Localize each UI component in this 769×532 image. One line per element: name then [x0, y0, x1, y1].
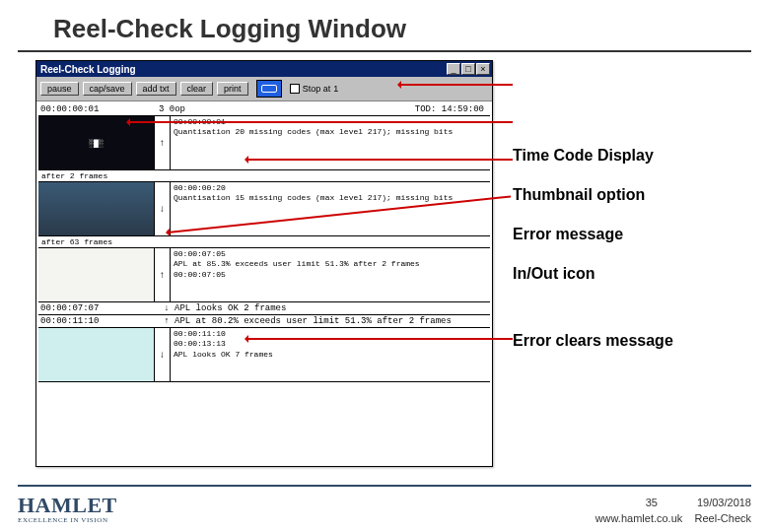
arrow-icon [399, 84, 513, 86]
entry-tc: 00:00:07:05 [174, 270, 487, 280]
thumbnail-icon [38, 248, 155, 301]
footer: HAMLET EXCELLENCE IN VISION 35 19/03/201… [18, 485, 751, 524]
pause-button[interactable]: pause [40, 82, 79, 96]
logo-text: HAMLET [18, 493, 117, 518]
entry-tc: 00:00:00:20 [174, 183, 487, 193]
annotation-list: Time Code Display Thumbnail option Error… [513, 147, 673, 371]
footer-url: www.hamlet.co.uk [595, 512, 683, 524]
error-message: Quantisation 20 missing codes (max level… [174, 127, 487, 137]
out-icon: ↓ [155, 328, 171, 381]
in-icon: ↑ [159, 316, 175, 326]
meta-row: after 2 frames [38, 170, 490, 182]
annotation-thumbnail: Thumbnail option [513, 186, 673, 204]
clear-button[interactable]: clear [180, 82, 214, 96]
meta-row: after 63 frames [38, 236, 490, 248]
clear-message: APL looks OK 7 frames [174, 350, 487, 360]
annotation-timecode: Time Code Display [513, 147, 673, 165]
arrow-icon [246, 159, 513, 161]
print-button[interactable]: print [217, 82, 248, 96]
entry-tc: 00:00:07:07 [40, 303, 159, 313]
clear-message: APL looks OK 2 frames [175, 303, 286, 313]
footer-product: Reel-Check [695, 512, 751, 524]
stopat-checkbox[interactable] [290, 84, 300, 94]
timecode-right: TOD: 14:59:00 [415, 104, 488, 114]
timecode-left: 00:00:00:01 [40, 104, 159, 114]
entry-tc: 00:00:11:10 [40, 316, 159, 326]
addtxt-button[interactable]: add txt [136, 82, 176, 96]
thumbnail-icon [38, 328, 155, 381]
error-message: APL at 85.3% exceeds user limit 51.3% af… [174, 259, 487, 269]
annotation-inout: In/Out icon [513, 265, 673, 283]
stopat-value: 1 [333, 84, 338, 94]
timecode-mid: 3 0op [159, 104, 185, 114]
entry-tc: 00:00:07:05 [174, 249, 487, 259]
entry-tc: 00:00:13:13 [174, 339, 487, 349]
window-title: Reel-Check Logging [38, 64, 447, 75]
capsave-button[interactable]: cap/save [83, 82, 132, 96]
arrow-icon [246, 338, 513, 340]
log-area: 00:00:00:01 3 0op TOD: 14:59:00 ░█░ ↑ 00… [36, 101, 492, 466]
thumbnail-icon [38, 182, 155, 235]
stopat-label: Stop at [303, 84, 331, 94]
error-message: APL at 80.2% exceeds user limit 51.3% af… [175, 316, 452, 326]
out-icon: ↓ [159, 303, 175, 313]
hamlet-logo: HAMLET EXCELLENCE IN VISION [18, 493, 117, 524]
in-icon: ↑ [155, 248, 171, 301]
close-button[interactable]: × [476, 63, 490, 75]
annotation-error: Error message [513, 226, 673, 243]
arrow-icon [128, 121, 513, 123]
slide-title: Reel-Check Logging Window [18, 0, 751, 52]
annotation-clear: Error clears message [513, 332, 673, 350]
in-icon: ↑ [155, 116, 171, 169]
maximize-button[interactable]: □ [461, 63, 475, 75]
logo-tagline: EXCELLENCE IN VISION [18, 516, 117, 524]
slide-date: 19/03/2018 [697, 497, 751, 508]
preview-icon [256, 80, 282, 98]
content-area: Reel-Check Logging _ □ × pause cap/save … [0, 52, 769, 467]
page-number: 35 [646, 497, 658, 508]
thumbnail-icon: ░█░ [38, 116, 155, 169]
toolbar: pause cap/save add txt clear print Stop … [36, 77, 492, 101]
titlebar: Reel-Check Logging _ □ × [36, 61, 492, 77]
minimize-button[interactable]: _ [447, 63, 460, 75]
